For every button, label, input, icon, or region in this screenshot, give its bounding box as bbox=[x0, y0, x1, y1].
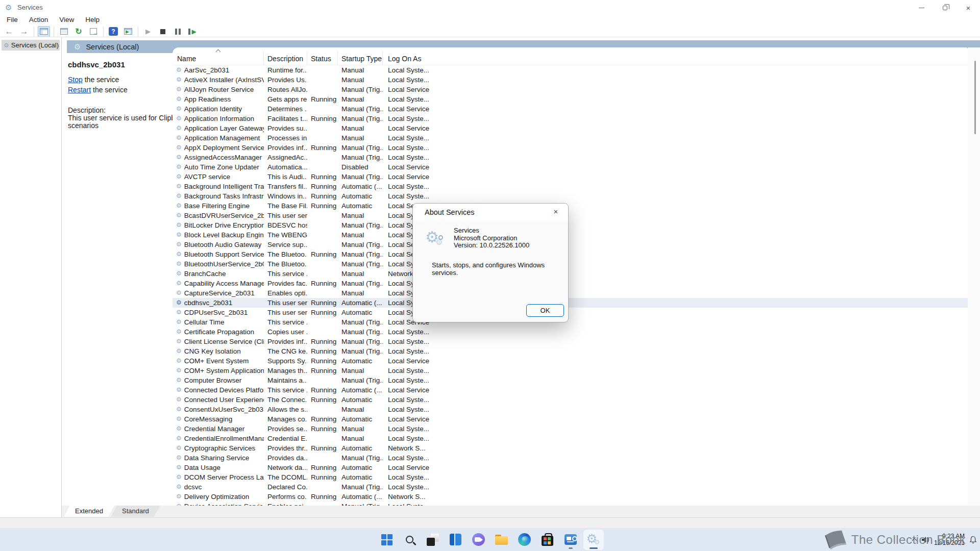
task-view-icon bbox=[427, 534, 439, 546]
notification-bell-icon[interactable] bbox=[969, 536, 977, 544]
dialog-close-button[interactable]: × bbox=[551, 207, 561, 216]
table-row[interactable]: ⚙Delivery OptimizationPerforms co...Runn… bbox=[173, 492, 968, 502]
table-row[interactable]: ⚙AppX Deployment Service (...Provides in… bbox=[173, 143, 968, 153]
table-row[interactable]: ⚙Data UsageNetwork da...RunningAutomatic… bbox=[173, 463, 968, 472]
table-row[interactable]: ⚙ConsentUxUserSvc_2b031Allows the s...Ma… bbox=[173, 405, 968, 414]
table-row[interactable]: ⚙CDPUserSvc_2b031This user ser...Running… bbox=[173, 308, 968, 317]
table-row[interactable]: ⚙Bluetooth Support ServiceThe Bluetoo...… bbox=[173, 249, 968, 259]
table-row[interactable]: ⚙BcastDVRUserService_2b031This user ser.… bbox=[173, 211, 968, 220]
table-row[interactable]: ⚙Cryptographic ServicesProvides thr...Ru… bbox=[173, 443, 968, 453]
properties-button[interactable] bbox=[58, 26, 70, 37]
service-description: This service ... bbox=[264, 269, 307, 279]
close-button[interactable]: × bbox=[957, 0, 980, 15]
stop-service-link[interactable]: Stop bbox=[68, 76, 83, 84]
show-action-pane-button[interactable]: ▶ bbox=[122, 26, 134, 37]
refresh-button[interactable]: ↻ bbox=[72, 26, 85, 37]
table-row[interactable]: ⚙Background Tasks Infrastruc...Windows i… bbox=[173, 191, 968, 201]
pause-service-button[interactable] bbox=[172, 26, 184, 37]
search-button[interactable] bbox=[400, 530, 420, 550]
table-row[interactable]: ⚙Credential ManagerProvides se...Running… bbox=[173, 424, 968, 434]
table-row[interactable]: ⚙AssignedAccessManager Se...AssignedAc..… bbox=[173, 153, 968, 162]
hidden-icons-chevron-icon[interactable] bbox=[913, 538, 917, 542]
service-gear-icon: ⚙ bbox=[176, 366, 182, 375]
table-row[interactable]: ⚙AllJoyn Router ServiceRoutes AllJo...Ma… bbox=[173, 85, 968, 94]
menu-action[interactable]: Action bbox=[23, 15, 54, 25]
table-row[interactable]: ⚙Connected User Experience...The Connec.… bbox=[173, 395, 968, 405]
start-service-button[interactable]: ▶ bbox=[142, 26, 154, 37]
restart-service-link[interactable]: Restart bbox=[68, 86, 91, 94]
pause-service-icon bbox=[175, 29, 181, 35]
table-row[interactable]: ⚙Connected Devices Platfor...This servic… bbox=[173, 385, 968, 395]
help-button[interactable]: ? bbox=[107, 26, 119, 37]
show-console-tree-button[interactable] bbox=[38, 26, 50, 37]
table-row[interactable]: ⚙Application Layer Gateway ...Provides s… bbox=[173, 123, 968, 133]
service-name: Client License Service (ClipS... bbox=[184, 337, 264, 346]
column-header-status[interactable]: Status bbox=[307, 52, 338, 65]
table-row[interactable]: ⚙Application InformationFacilitates t...… bbox=[173, 114, 968, 123]
table-row[interactable]: ⚙Background Intelligent Tran...Transfers… bbox=[173, 182, 968, 191]
export-list-button[interactable]: → bbox=[87, 26, 100, 37]
table-row[interactable]: ⚙Capability Access Manager ...Provides f… bbox=[173, 279, 968, 288]
column-header-description[interactable]: Description bbox=[264, 52, 307, 65]
menu-view[interactable]: View bbox=[54, 15, 80, 25]
table-row[interactable]: ⚙Device Association ServiceEnables pai..… bbox=[173, 502, 968, 506]
edge-button[interactable] bbox=[514, 530, 535, 550]
table-row[interactable]: ⚙COM+ Event SystemSupports Sy...RunningA… bbox=[173, 356, 968, 366]
table-row[interactable]: ⚙Client License Service (ClipS...Provide… bbox=[173, 337, 968, 346]
menu-file[interactable]: File bbox=[1, 15, 23, 25]
service-name: Background Intelligent Tran... bbox=[184, 182, 264, 191]
back-button[interactable]: ← bbox=[3, 26, 15, 37]
column-header-startup-type[interactable]: Startup Type bbox=[338, 52, 383, 65]
table-row[interactable]: ⚙Computer BrowserMaintains a...Manual (T… bbox=[173, 375, 968, 385]
table-row[interactable]: ⚙BranchCacheThis service ...ManualNetwor… bbox=[173, 269, 968, 279]
snap-layouts-button[interactable] bbox=[446, 530, 466, 550]
table-row[interactable]: ⚙Application ManagementProcesses in...Ma… bbox=[173, 133, 968, 143]
table-row[interactable]: ⚙CaptureService_2b031Enables opti...Manu… bbox=[173, 288, 968, 298]
taskbar-clock[interactable]: 9:23 AM 12/16/2021 bbox=[934, 533, 965, 546]
table-row[interactable]: ⚙CNG Key IsolationThe CNG ke...RunningMa… bbox=[173, 346, 968, 356]
table-row[interactable]: ⚙Block Level Backup Engine ...The WBENG.… bbox=[173, 230, 968, 240]
table-row[interactable]: ⚙AarSvc_2b031Runtime for...ManualLocal S… bbox=[173, 65, 968, 75]
table-row[interactable]: ⚙cbdhsvc_2b031This user ser...RunningAut… bbox=[173, 298, 968, 308]
ok-button[interactable]: OK bbox=[526, 304, 564, 317]
table-row[interactable]: ⚙Application IdentityDetermines ...Manua… bbox=[173, 104, 968, 114]
store-button[interactable] bbox=[537, 530, 558, 550]
restore-button[interactable] bbox=[933, 0, 957, 15]
table-row[interactable]: ⚙Data Sharing ServiceProvides da...Manua… bbox=[173, 453, 968, 463]
table-row[interactable]: ⚙Cellular TimeThis service ...Manual (Tr… bbox=[173, 317, 968, 327]
table-row[interactable]: ⚙COM+ System ApplicationManages th...Run… bbox=[173, 366, 968, 375]
table-row[interactable]: ⚙BitLocker Drive Encryption ...BDESVC ho… bbox=[173, 220, 968, 230]
table-row[interactable]: ⚙Auto Time Zone UpdaterAutomatica...Disa… bbox=[173, 162, 968, 172]
forward-button[interactable]: → bbox=[18, 26, 30, 37]
task-view-button[interactable] bbox=[423, 530, 443, 550]
table-row[interactable]: ⚙Base Filtering EngineThe Base Fil...Run… bbox=[173, 201, 968, 211]
service-startup-type: Manual bbox=[338, 133, 383, 143]
restart-service-button[interactable]: ▶ bbox=[186, 26, 199, 37]
table-row[interactable]: ⚙DCOM Server Process Laun...The DCOML...… bbox=[173, 472, 968, 482]
vertical-scrollbar[interactable] bbox=[968, 47, 980, 506]
table-row[interactable]: ⚙BluetoothUserService_2b031The Bluetoo..… bbox=[173, 259, 968, 269]
table-row[interactable]: ⚙Bluetooth Audio Gateway S...Service sup… bbox=[173, 240, 968, 249]
table-row[interactable]: ⚙AVCTP serviceThis is Audi...RunningManu… bbox=[173, 172, 968, 182]
table-row[interactable]: ⚙CoreMessagingManages co...RunningAutoma… bbox=[173, 414, 968, 424]
table-row[interactable]: ⚙ActiveX Installer (AxInstSV)Provides Us… bbox=[173, 75, 968, 85]
tree-item-services-local[interactable]: ⚙ Services (Local) bbox=[2, 40, 60, 51]
services-taskbar-button[interactable]: ⚙⚙ bbox=[583, 530, 604, 550]
tab-standard[interactable]: Standard bbox=[111, 506, 160, 517]
column-header-log-on-as[interactable]: Log On As bbox=[383, 52, 459, 65]
chat-button[interactable] bbox=[469, 530, 489, 550]
stop-service-button[interactable] bbox=[157, 26, 169, 37]
table-row[interactable]: ⚙dcsvcDeclared Co...Manual (Trig...Local… bbox=[173, 482, 968, 492]
volume-icon[interactable] bbox=[921, 536, 929, 544]
minimize-button[interactable] bbox=[910, 0, 933, 15]
system-monitor-button[interactable] bbox=[560, 530, 581, 550]
tab-extended[interactable]: Extended bbox=[64, 506, 114, 517]
table-row[interactable]: ⚙CredentialEnrollmentMana...Credential E… bbox=[173, 434, 968, 443]
file-explorer-button[interactable] bbox=[492, 530, 512, 550]
scrollbar-thumb[interactable] bbox=[974, 61, 976, 134]
menu-help[interactable]: Help bbox=[80, 15, 105, 25]
table-row[interactable]: ⚙App ReadinessGets apps re...RunningManu… bbox=[173, 94, 968, 104]
start-button[interactable] bbox=[377, 530, 397, 550]
table-row[interactable]: ⚙Certificate PropagationCopies user ...M… bbox=[173, 327, 968, 337]
service-description: Determines ... bbox=[264, 104, 307, 114]
